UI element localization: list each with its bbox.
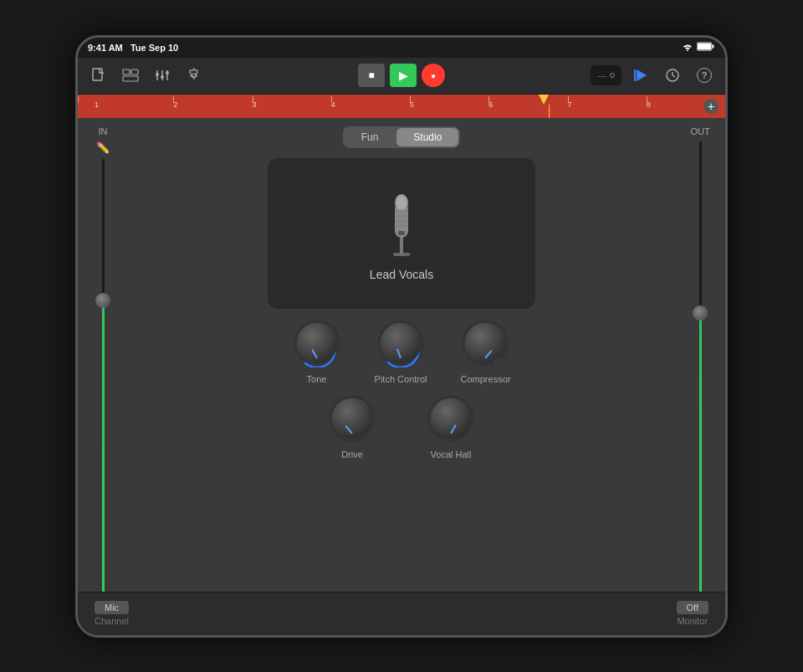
out-label: OUT bbox=[690, 126, 709, 136]
ruler-mark-6: 6 bbox=[488, 95, 567, 118]
battery-icon bbox=[697, 42, 715, 53]
svg-rect-1 bbox=[698, 44, 711, 49]
main-content: IN ✏️ Fun Studio bbox=[78, 118, 725, 635]
tracks-button[interactable] bbox=[118, 63, 143, 88]
ruler-mark-4: 4 bbox=[331, 95, 410, 118]
status-indicators bbox=[682, 42, 715, 53]
channel-label: Channel bbox=[95, 616, 129, 626]
ruler-mark-5: 5 bbox=[410, 95, 488, 118]
tone-label: Tone bbox=[307, 374, 327, 384]
mode-tabs: Fun Studio bbox=[343, 126, 461, 148]
channel-value[interactable]: Mic bbox=[95, 601, 129, 614]
svg-rect-5 bbox=[131, 69, 138, 74]
svg-point-13 bbox=[192, 74, 196, 77]
toolbar-left bbox=[86, 63, 351, 88]
fun-tab[interactable]: Fun bbox=[345, 128, 396, 146]
add-track-button[interactable]: + bbox=[703, 99, 719, 114]
svg-point-23 bbox=[396, 196, 407, 209]
ruler-mark-3: 3 bbox=[253, 95, 331, 118]
svg-rect-6 bbox=[123, 76, 138, 81]
svg-rect-20 bbox=[400, 236, 403, 254]
vu-meter-out: OUT bbox=[675, 118, 725, 635]
toolbar-center: ■ ▶ ● bbox=[358, 64, 445, 87]
stop-button[interactable]: ■ bbox=[358, 64, 385, 87]
mic-display: Lead Vocals bbox=[268, 158, 535, 309]
loop-indicator[interactable] bbox=[610, 73, 615, 78]
loop-dash: — bbox=[597, 70, 606, 80]
ruler-mark-1: 1 bbox=[78, 95, 173, 118]
mic-pencil-icon: ✏️ bbox=[96, 141, 110, 154]
vu-track-out[interactable] bbox=[699, 141, 702, 627]
toolbar-right: — ? bbox=[452, 63, 717, 88]
vu-track-in[interactable] bbox=[102, 159, 105, 627]
status-date: Tue Sep 10 bbox=[130, 43, 178, 53]
vocal-hall-knob[interactable] bbox=[427, 394, 475, 443]
stop-icon: ■ bbox=[368, 69, 374, 81]
clock-button[interactable] bbox=[660, 63, 685, 88]
monitor-control: Off Monitor bbox=[677, 601, 708, 626]
svg-rect-4 bbox=[123, 69, 130, 74]
svg-rect-2 bbox=[713, 45, 714, 49]
settings-button[interactable] bbox=[182, 63, 207, 88]
ruler-marks: 1 2 3 4 5 6 7 8 bbox=[78, 95, 725, 118]
ipad-frame: 9:41 AM Tue Sep 10 bbox=[75, 35, 728, 638]
vu-meter-in: IN ✏️ bbox=[78, 118, 128, 635]
help-button[interactable]: ? bbox=[692, 63, 717, 88]
status-time-date: 9:41 AM Tue Sep 10 bbox=[88, 43, 178, 53]
bottom-bar: Mic Channel Off Monitor bbox=[78, 592, 725, 635]
knobs-row-2: Drive Vocal Hall bbox=[328, 394, 475, 459]
drive-knob-group: Drive bbox=[328, 394, 376, 459]
svg-line-18 bbox=[673, 75, 675, 77]
studio-tab[interactable]: Studio bbox=[396, 128, 458, 146]
wifi-icon bbox=[682, 43, 693, 53]
timeline[interactable]: 1 2 3 4 5 6 7 8 + bbox=[78, 95, 725, 118]
ruler-mark-2: 2 bbox=[173, 95, 252, 118]
status-bar: 9:41 AM Tue Sep 10 bbox=[78, 38, 725, 58]
help-icon: ? bbox=[697, 68, 712, 83]
svg-marker-14 bbox=[637, 69, 647, 81]
pitch-control-knob[interactable] bbox=[376, 319, 425, 367]
ruler-mark-7: 7 bbox=[568, 95, 647, 118]
play-button[interactable]: ▶ bbox=[390, 64, 417, 87]
pitch-control-label: Pitch Control bbox=[375, 374, 427, 384]
svg-rect-3 bbox=[93, 69, 102, 80]
pitch-control-knob-group: Pitch Control bbox=[375, 319, 427, 384]
center-panel: Fun Studio bbox=[128, 118, 675, 635]
svg-rect-10 bbox=[156, 73, 159, 76]
vocal-hall-label: Vocal Hall bbox=[431, 449, 472, 459]
toolbar: ■ ▶ ● — bbox=[78, 58, 725, 95]
mix-button[interactable] bbox=[150, 63, 175, 88]
svg-rect-11 bbox=[161, 75, 164, 79]
play-icon: ▶ bbox=[399, 69, 408, 82]
tempo-button[interactable] bbox=[628, 63, 653, 88]
channel-control: Mic Channel bbox=[95, 601, 129, 626]
svg-rect-28 bbox=[398, 231, 405, 235]
compressor-knob-group: Compressor bbox=[461, 319, 511, 384]
svg-rect-12 bbox=[166, 71, 169, 74]
microphone-image bbox=[376, 186, 427, 261]
record-icon: ● bbox=[431, 71, 436, 80]
new-project-button[interactable] bbox=[86, 63, 111, 88]
tone-knob[interactable] bbox=[293, 319, 341, 367]
status-time: 9:41 AM bbox=[88, 43, 123, 53]
tone-knob-group: Tone bbox=[293, 319, 341, 384]
monitor-label: Monitor bbox=[677, 616, 708, 626]
monitor-value[interactable]: Off bbox=[677, 601, 708, 614]
instrument-name: Lead Vocals bbox=[370, 268, 433, 281]
record-button[interactable]: ● bbox=[422, 64, 445, 87]
vocal-hall-knob-group: Vocal Hall bbox=[427, 394, 475, 459]
compressor-label: Compressor bbox=[461, 374, 511, 384]
drive-knob[interactable] bbox=[328, 394, 376, 443]
compressor-knob[interactable] bbox=[461, 319, 509, 367]
in-label: IN bbox=[99, 126, 108, 136]
loop-section: — bbox=[591, 65, 621, 85]
drive-label: Drive bbox=[341, 449, 363, 459]
knobs-row-1: Tone Pitch Control bbox=[293, 319, 511, 384]
